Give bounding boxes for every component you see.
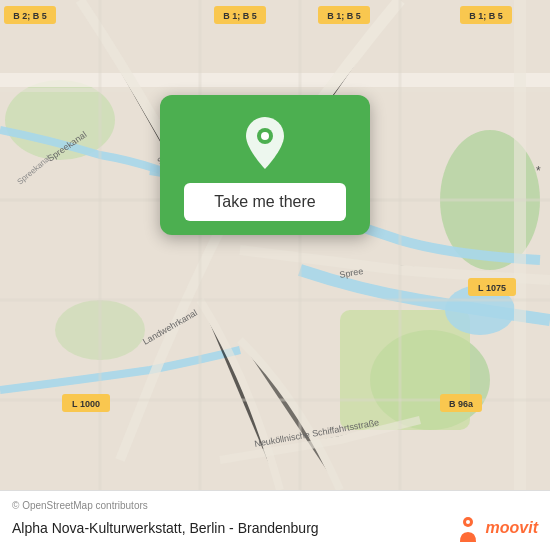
location-pin-icon	[241, 115, 289, 171]
svg-point-29	[261, 132, 269, 140]
svg-text:*: *	[536, 164, 541, 178]
svg-text:B 2; B 5: B 2; B 5	[13, 11, 47, 21]
location-row: Alpha Nova-Kulturwerkstatt, Berlin - Bra…	[12, 514, 538, 542]
svg-text:B 96a: B 96a	[449, 399, 474, 409]
svg-point-31	[466, 520, 470, 524]
moovit-brand-text: moovit	[486, 519, 538, 537]
location-name: Alpha Nova-Kulturwerkstatt, Berlin - Bra…	[12, 520, 319, 536]
svg-text:B 1; B 5: B 1; B 5	[223, 11, 257, 21]
svg-text:L 1000: L 1000	[72, 399, 100, 409]
footer-bar: © OpenStreetMap contributors Alpha Nova-…	[0, 490, 550, 550]
navigation-card[interactable]: Take me there	[160, 95, 370, 235]
map-container: B 2; B 5 B 1; B 5 B 1; B 5 B 1; B 5 L 10…	[0, 0, 550, 490]
svg-text:B 1; B 5: B 1; B 5	[469, 11, 503, 21]
map-background: B 2; B 5 B 1; B 5 B 1; B 5 B 1; B 5 L 10…	[0, 0, 550, 490]
moovit-logo-icon	[454, 514, 482, 542]
svg-text:L 1075: L 1075	[478, 283, 506, 293]
svg-text:B 1; B 5: B 1; B 5	[327, 11, 361, 21]
moovit-logo: moovit	[454, 514, 538, 542]
take-me-there-button[interactable]: Take me there	[184, 183, 346, 221]
copyright-text: © OpenStreetMap contributors	[12, 500, 538, 511]
